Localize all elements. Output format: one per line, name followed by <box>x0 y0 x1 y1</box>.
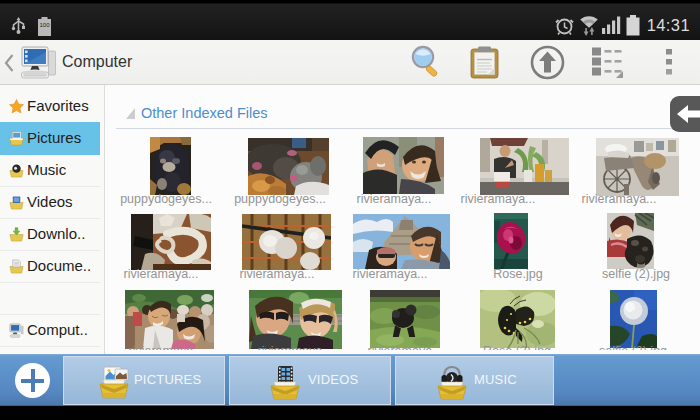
svg-text:100: 100 <box>39 22 50 28</box>
